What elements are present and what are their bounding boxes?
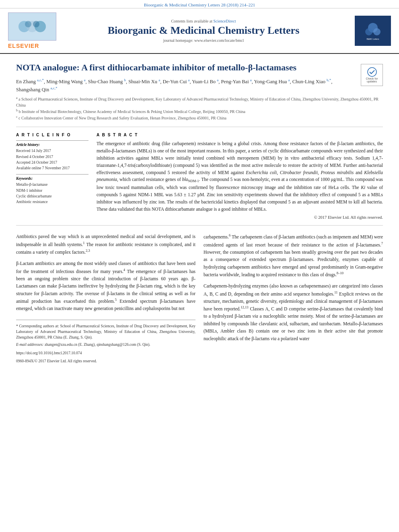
right-logo-box: B&MC Letters [355, 16, 391, 46]
abstract-col: A B S T R A C T The emergence of antibio… [97, 133, 383, 220]
svg-point-7 [365, 28, 372, 35]
logo-left: ELSEVIER [8, 12, 60, 49]
available-date: Available online 7 November 2017 [16, 165, 88, 171]
logo-right: B&MC Letters [347, 16, 391, 46]
article-history: Article history: Received 14 July 2017 R… [16, 140, 88, 171]
accepted-date: Accepted 24 October 2017 [16, 160, 88, 165]
footnote-1: * Corresponding authors at: School of Ph… [16, 323, 195, 341]
article-info-heading: A R T I C L E I N F O [16, 133, 88, 137]
svg-point-8 [373, 28, 380, 35]
title-area: Check for updates NOTA analogue: A first… [16, 62, 383, 74]
body-para-4: Carbapenem-hydrolyzing enzymes (also kno… [204, 282, 383, 342]
logo-image-box [8, 12, 56, 41]
keyword-1: Metallo-β-lactamase [16, 182, 88, 187]
journal-title: Bioorganic & Medicinal Chemistry Letters [60, 25, 347, 37]
journal-citation-banner: Bioorganic & Medicinal Chemistry Letters… [0, 0, 399, 8]
keyword-4: Antibiotic resistance [16, 199, 88, 205]
journal-header: ELSEVIER Contents lists available at Sci… [0, 8, 399, 54]
article-title: NOTA analogue: A first dithiocarbamate i… [16, 62, 383, 74]
affiliation-b: b b Institute of Medicinal Biotechnology… [16, 108, 383, 115]
journal-center: Contents lists available at ScienceDirec… [60, 19, 347, 43]
svg-point-4 [33, 21, 39, 27]
svg-text:B&MC Letters: B&MC Letters [366, 38, 379, 40]
doi-line: https://doi.org/10.1016/j.bmcl.2017.10.0… [16, 350, 195, 356]
info-abstract-row: A R T I C L E I N F O Article history: R… [16, 133, 383, 220]
article-main: Check for updates NOTA analogue: A first… [0, 54, 399, 372]
footnotes: * Corresponding authors at: School of Ph… [16, 320, 195, 364]
authors-line: En Zhang a,c,*, Ming-Ming Wang a, Shu-Ch… [16, 78, 383, 94]
keywords-section: Keywords: Metallo-β-lactamase NDM-1 inhi… [16, 174, 88, 205]
journal-homepage: journal homepage: www.elsevier.com/locat… [60, 38, 347, 43]
revised-date: Revised 4 October 2017 [16, 154, 88, 160]
abstract-text: The emergence of antibiotic drug (like c… [97, 140, 383, 213]
affiliation-a: a a School of Pharmaceutical Sciences, I… [16, 96, 383, 108]
article-info-col: A R T I C L E I N F O Article history: R… [16, 133, 88, 220]
body-right-col: carbapenems.6 The carbapenem class of β-… [204, 233, 383, 364]
issn-line: 0960-894X/© 2017 Elsevier Ltd. All right… [16, 358, 195, 364]
received-date: Received 14 July 2017 [16, 148, 88, 154]
affiliation-c: c c Collaborative Innovation Center of N… [16, 115, 383, 121]
svg-point-10 [368, 68, 376, 76]
sciencedirect-link[interactable]: ScienceDirect [213, 19, 236, 23]
copyright-notice: © 2017 Elsevier Ltd. All rights reserved… [97, 215, 383, 220]
divider-1 [16, 127, 383, 127]
elsevier-logo-text: ELSEVIER [8, 43, 60, 49]
history-title: Article history: [16, 143, 88, 147]
journal-citation-text: Bioorganic & Medicinal Chemistry Letters… [144, 2, 255, 7]
decorative-logo-image [16, 17, 48, 36]
body-para-1: Antibiotics paved the way which is an un… [16, 233, 195, 256]
divider-2 [16, 225, 383, 226]
abstract-heading: A B S T R A C T [97, 133, 383, 137]
keyword-3: Cyclic dithiocarbamate [16, 193, 88, 199]
body-columns: Antibiotics paved the way which is an un… [16, 233, 383, 364]
svg-point-3 [25, 21, 31, 27]
body-para-3: carbapenems.6 The carbapenem class of β-… [204, 233, 383, 278]
sciencedirect-label: Contents lists available at ScienceDirec… [60, 19, 347, 23]
keyword-2: NDM-1 inhibitor [16, 188, 88, 193]
right-logo-image: B&MC Letters [359, 19, 387, 43]
check-updates-label: Check for updates [361, 77, 383, 83]
affiliations: a a School of Pharmaceutical Sciences, I… [16, 96, 383, 121]
footnote-email: E-mail addresses: zhangen@zzu.edu.cn (E.… [16, 342, 195, 347]
check-for-updates-badge: Check for updates [361, 64, 383, 86]
keywords-title: Keywords: [16, 177, 88, 181]
check-updates-icon [366, 67, 378, 77]
body-left-col: Antibiotics paved the way which is an un… [16, 233, 195, 364]
body-para-2: β-Lactam antibiotics are among the most … [16, 260, 195, 312]
